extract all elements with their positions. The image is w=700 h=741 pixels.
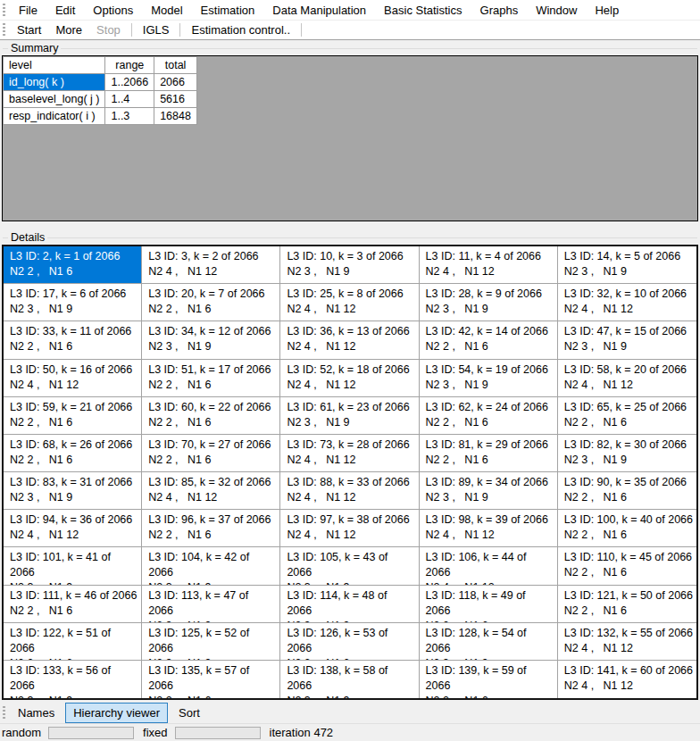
hierarchy-cell[interactable]: L3 ID: 138, k = 58 of 2066N2 3 , N1 9 (280, 661, 419, 698)
hierarchy-cell[interactable]: L3 ID: 68, k = 26 of 2066N2 2 , N1 6 (4, 435, 142, 472)
hierarchy-cell[interactable]: L3 ID: 61, k = 23 of 2066N2 3 , N1 9 (280, 397, 419, 435)
hierarchy-cell[interactable]: L3 ID: 47, k = 15 of 2066N2 3 , N1 9 (558, 321, 696, 359)
summary-cell-total[interactable]: 5616 (154, 91, 197, 108)
hierarchy-cell[interactable]: L3 ID: 114, k = 48 of 2066N2 3 , N1 9 (280, 586, 419, 623)
hierarchy-cell[interactable]: L3 ID: 96, k = 37 of 2066N2 2 , N1 6 (142, 510, 280, 547)
menu-item-data-manipulation[interactable]: Data Manipulation (263, 1, 375, 20)
hierarchy-cell[interactable]: L3 ID: 110, k = 45 of 2066N2 2 , N1 6 (558, 547, 696, 585)
summary-cell-total[interactable]: 16848 (154, 108, 197, 125)
hierarchy-cell[interactable]: L3 ID: 101, k = 41 of 2066N2 3 , N1 9 (4, 547, 142, 585)
hierarchy-cell[interactable]: L3 ID: 121, k = 50 of 2066N2 2 , N1 6 (558, 586, 696, 623)
menu-item-window[interactable]: Window (527, 1, 586, 20)
menu-items: FileEditOptionsModelEstimationData Manip… (10, 1, 628, 20)
hierarchy-cell[interactable]: L3 ID: 10, k = 3 of 2066N2 3 , N1 9 (280, 246, 419, 284)
hierarchy-cell[interactable]: L3 ID: 139, k = 59 of 2066N2 2 , N1 6 (420, 661, 558, 698)
hierarchy-cell[interactable]: L3 ID: 105, k = 43 of 2066N2 3 , N1 9 (280, 547, 419, 585)
hierarchy-cell[interactable]: L3 ID: 125, k = 52 of 2066N2 3 , N1 9 (142, 623, 280, 661)
cell-id-text: L3 ID: 14, k = 5 of 2066 (564, 249, 693, 264)
hierarchy-cell[interactable]: L3 ID: 88, k = 33 of 2066N2 4 , N1 12 (280, 472, 419, 510)
summary-row[interactable]: baselevel_long( j )1..45616 (4, 91, 197, 108)
summary-cell-range[interactable]: 1..3 (105, 108, 154, 125)
hierarchy-cell[interactable]: L3 ID: 32, k = 10 of 2066N2 4 , N1 12 (558, 284, 696, 321)
toolbar-button-more[interactable]: More (48, 21, 89, 38)
hierarchy-cell[interactable]: L3 ID: 85, k = 32 of 2066N2 4 , N1 12 (142, 472, 280, 510)
menu-item-graphs[interactable]: Graphs (471, 1, 528, 20)
hierarchy-cell[interactable]: L3 ID: 141, k = 60 of 2066N2 4 , N1 12 (558, 661, 696, 698)
hierarchy-cell[interactable]: L3 ID: 52, k = 18 of 2066N2 4 , N1 12 (280, 360, 419, 397)
hierarchy-cell[interactable]: L3 ID: 42, k = 14 of 2066N2 2 , N1 6 (420, 321, 558, 359)
hierarchy-cell[interactable]: L3 ID: 126, k = 53 of 2066N2 2 , N1 6 (280, 623, 419, 661)
cell-counts-text: N2 2 , N1 6 (564, 415, 693, 430)
hierarchy-cell[interactable]: L3 ID: 113, k = 47 of 2066N2 3 , N1 9 (142, 586, 280, 623)
hierarchy-cell[interactable]: L3 ID: 3, k = 2 of 2066N2 4 , N1 12 (142, 246, 280, 284)
toolbar-button-igls[interactable]: IGLS (136, 21, 177, 38)
summary-cell-range[interactable]: 1..2066 (105, 74, 154, 91)
hierarchy-cell[interactable]: L3 ID: 62, k = 24 of 2066N2 2 , N1 6 (420, 397, 558, 435)
hierarchy-cell[interactable]: L3 ID: 58, k = 20 of 2066N2 4 , N1 12 (558, 360, 696, 397)
hierarchy-cell[interactable]: L3 ID: 104, k = 42 of 2066N2 3 , N1 9 (142, 547, 280, 585)
menubar-grip[interactable] (3, 4, 5, 17)
hierarchy-cell[interactable]: L3 ID: 65, k = 25 of 2066N2 2 , N1 6 (558, 397, 696, 435)
hierarchy-cell[interactable]: L3 ID: 14, k = 5 of 2066N2 3 , N1 9 (558, 246, 696, 284)
cell-id-text: L3 ID: 61, k = 23 of 2066 (287, 400, 414, 415)
hierarchy-cell[interactable]: L3 ID: 94, k = 36 of 2066N2 4 , N1 12 (4, 510, 142, 547)
summary-cell-range[interactable]: 1..4 (105, 91, 154, 108)
hierarchy-cell[interactable]: L3 ID: 82, k = 30 of 2066N2 3 , N1 9 (558, 435, 696, 472)
summary-cell-level[interactable]: resp_indicator( i ) (4, 108, 105, 125)
hierarchy-cell[interactable]: L3 ID: 11, k = 4 of 2066N2 4 , N1 12 (420, 246, 558, 284)
hierarchy-cell[interactable]: L3 ID: 89, k = 34 of 2066N2 3 , N1 9 (420, 472, 558, 510)
hierarchy-cell[interactable]: L3 ID: 98, k = 39 of 2066N2 4 , N1 12 (420, 510, 558, 547)
hierarchy-cell[interactable]: L3 ID: 28, k = 9 of 2066N2 3 , N1 9 (420, 284, 558, 321)
tab-hierarchy-viewer[interactable]: Hierarchy viewer (65, 703, 168, 723)
hierarchy-cell[interactable]: L3 ID: 133, k = 56 of 2066N2 3 , N1 9 (4, 661, 142, 698)
hierarchy-cell[interactable]: L3 ID: 54, k = 19 of 2066N2 3 , N1 9 (420, 360, 558, 397)
hierarchy-cell[interactable]: L3 ID: 132, k = 55 of 2066N2 4 , N1 12 (558, 623, 696, 661)
hierarchy-cell[interactable]: L3 ID: 17, k = 6 of 2066N2 3 , N1 9 (4, 284, 142, 321)
toolbar-button-estimation-control[interactable]: Estimation control.. (184, 21, 297, 38)
hierarchy-cell[interactable]: L3 ID: 2, k = 1 of 2066N2 2 , N1 6 (4, 246, 142, 284)
hierarchy-cell[interactable]: L3 ID: 90, k = 35 of 2066N2 2 , N1 6 (558, 472, 696, 510)
hierarchy-cell[interactable]: L3 ID: 111, k = 46 of 2066N2 2 , N1 6 (4, 586, 142, 623)
tab-sort[interactable]: Sort (171, 703, 208, 723)
summary-cell-total[interactable]: 2066 (154, 74, 197, 91)
toolbar-button-start[interactable]: Start (10, 21, 48, 38)
menu-item-estimation[interactable]: Estimation (192, 1, 264, 20)
hierarchy-cell[interactable]: L3 ID: 118, k = 49 of 2066N2 2 , N1 6 (420, 586, 558, 623)
hierarchy-cell[interactable]: L3 ID: 83, k = 31 of 2066N2 3 , N1 9 (4, 472, 142, 510)
menu-item-model[interactable]: Model (142, 1, 191, 20)
hierarchy-cell[interactable]: L3 ID: 51, k = 17 of 2066N2 2 , N1 6 (142, 360, 280, 397)
summary-cell-level[interactable]: id_long( k ) (4, 74, 105, 91)
hierarchy-cell[interactable]: L3 ID: 81, k = 29 of 2066N2 2 , N1 6 (420, 435, 558, 472)
hierarchy-cell[interactable]: L3 ID: 34, k = 12 of 2066N2 3 , N1 9 (142, 321, 280, 359)
menu-item-options[interactable]: Options (84, 1, 142, 20)
tabbar-grip[interactable] (3, 706, 5, 720)
cell-id-text: L3 ID: 106, k = 44 of 2066 (426, 550, 554, 580)
menu-item-help[interactable]: Help (586, 1, 628, 20)
details-group-head: Details (2, 230, 698, 244)
hierarchy-cell[interactable]: L3 ID: 106, k = 44 of 2066N2 4 , N1 12 (420, 547, 558, 585)
summary-cell-level[interactable]: baselevel_long( j ) (4, 91, 105, 108)
hierarchy-cell[interactable]: L3 ID: 50, k = 16 of 2066N2 4 , N1 12 (4, 360, 142, 397)
toolbar-grip[interactable] (3, 23, 5, 37)
hierarchy-cell[interactable]: L3 ID: 36, k = 13 of 2066N2 4 , N1 12 (280, 321, 419, 359)
cell-counts-text: N2 4 , N1 12 (426, 528, 554, 543)
summary-row[interactable]: id_long( k )1..20662066 (4, 74, 197, 91)
hierarchy-cell[interactable]: L3 ID: 25, k = 8 of 2066N2 4 , N1 12 (280, 284, 419, 321)
hierarchy-cell[interactable]: L3 ID: 20, k = 7 of 2066N2 2 , N1 6 (142, 284, 280, 321)
cell-id-text: L3 ID: 81, k = 29 of 2066 (426, 437, 554, 453)
summary-row[interactable]: resp_indicator( i )1..316848 (4, 108, 197, 125)
hierarchy-cell[interactable]: L3 ID: 59, k = 21 of 2066N2 2 , N1 6 (4, 397, 142, 435)
menu-item-file[interactable]: File (10, 1, 46, 20)
hierarchy-cell[interactable]: L3 ID: 122, k = 51 of 2066N2 2 , N1 6 (4, 623, 142, 661)
hierarchy-cell[interactable]: L3 ID: 128, k = 54 of 2066N2 3 , N1 9 (420, 623, 558, 661)
hierarchy-cell[interactable]: L3 ID: 70, k = 27 of 2066N2 2 , N1 6 (142, 435, 280, 472)
hierarchy-cell[interactable]: L3 ID: 97, k = 38 of 2066N2 4 , N1 12 (280, 510, 419, 547)
hierarchy-cell[interactable]: L3 ID: 60, k = 22 of 2066N2 2 , N1 6 (142, 397, 280, 435)
menu-item-edit[interactable]: Edit (46, 1, 84, 20)
tab-names[interactable]: Names (10, 703, 62, 723)
hierarchy-cell[interactable]: L3 ID: 33, k = 11 of 2066N2 2 , N1 6 (4, 321, 142, 359)
hierarchy-cell[interactable]: L3 ID: 73, k = 28 of 2066N2 4 , N1 12 (280, 435, 419, 472)
hierarchy-cell[interactable]: L3 ID: 135, k = 57 of 2066N2 2 , N1 6 (142, 661, 280, 698)
hierarchy-cell[interactable]: L3 ID: 100, k = 40 of 2066N2 2 , N1 6 (558, 510, 696, 547)
menu-item-basic-statistics[interactable]: Basic Statistics (375, 1, 471, 20)
